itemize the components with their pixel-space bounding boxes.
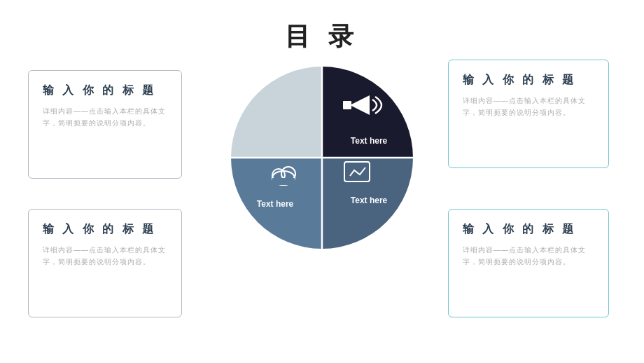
card-top-left: 输 入 你 的 标 题 详细内容——点击输入本栏的具体文字，简明扼要的说明分项内… bbox=[28, 70, 182, 179]
card-bl-desc: 详细内容——点击输入本栏的具体文字，简明扼要的说明分项内容。 bbox=[43, 244, 167, 268]
pie-chart: Text here Text here Text here bbox=[227, 63, 416, 252]
card-tl-title: 输 入 你 的 标 题 bbox=[43, 83, 167, 98]
pie-quadrant-tl bbox=[231, 67, 322, 158]
svg-text:Text here: Text here bbox=[351, 136, 388, 146]
card-bottom-left: 输 入 你 的 标 题 详细内容——点击输入本栏的具体文字，简明扼要的说明分项内… bbox=[28, 209, 182, 317]
card-tr-title: 输 入 你 的 标 题 bbox=[463, 73, 594, 88]
card-tl-desc: 详细内容——点击输入本栏的具体文字，简明扼要的说明分项内容。 bbox=[43, 105, 167, 129]
svg-rect-10 bbox=[272, 178, 295, 185]
svg-rect-3 bbox=[343, 101, 351, 109]
svg-text:Text here: Text here bbox=[257, 199, 294, 209]
card-top-right: 输 入 你 的 标 题 详细内容——点击输入本栏的具体文字，简明扼要的说明分项内… bbox=[448, 60, 609, 168]
card-bottom-right: 输 入 你 的 标 题 详细内容——点击输入本栏的具体文字，简明扼要的说明分项内… bbox=[448, 209, 609, 317]
card-br-desc: 详细内容——点击输入本栏的具体文字，简明扼要的说明分项内容。 bbox=[463, 244, 594, 268]
card-bl-title: 输 入 你 的 标 题 bbox=[43, 222, 167, 237]
page-title: 目 录 bbox=[0, 0, 644, 54]
card-tr-desc: 详细内容——点击输入本栏的具体文字，简明扼要的说明分项内容。 bbox=[463, 95, 594, 118]
card-br-title: 输 入 你 的 标 题 bbox=[463, 222, 594, 237]
svg-text:Text here: Text here bbox=[351, 196, 388, 205]
